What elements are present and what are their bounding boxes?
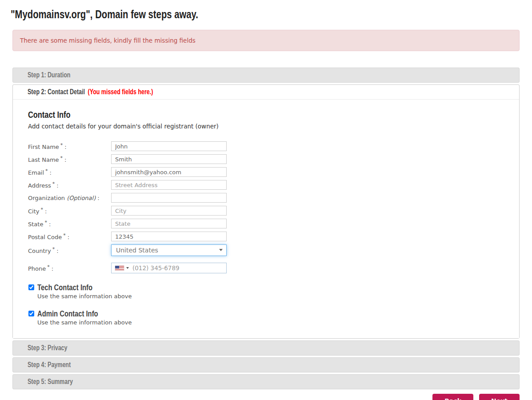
missing-fields-alert: There are some missing fields, kindly fi… (12, 30, 520, 51)
page-title: "Mydomainsv.org", Domain few steps away. (11, 7, 532, 21)
step-3-panel: Step 3: Privacy (12, 340, 520, 356)
address-row: Address*: (28, 180, 504, 190)
step-3-header[interactable]: Step 3: Privacy (13, 341, 519, 355)
step-5-label: Step 5: Summary (28, 377, 73, 386)
postal-code-input[interactable] (111, 232, 227, 241)
last-name-label: Last Name*: (28, 155, 111, 163)
email-row: Email*: (28, 167, 504, 177)
step-3-label: Step 3: Privacy (28, 344, 67, 352)
state-input[interactable] (111, 219, 227, 228)
tech-contact-section: Tech Contact Info Use the same informati… (28, 283, 504, 300)
phone-input[interactable] (132, 264, 223, 272)
address-input[interactable] (111, 180, 227, 190)
step-2-panel: Step 2: Contact Detail (You missed field… (12, 84, 520, 339)
step-2-warning: (You missed fields here.) (88, 88, 153, 96)
postal-code-label: Postal Code*: (28, 232, 111, 240)
next-button[interactable]: Next (479, 394, 520, 400)
contact-detail-body: Contact Info Add contact details for you… (13, 100, 519, 338)
step-4-panel: Step 4: Payment (12, 357, 520, 372)
caret-down-icon[interactable] (126, 267, 129, 269)
country-select[interactable]: United States (111, 244, 227, 256)
first-name-input[interactable] (111, 141, 227, 151)
phone-row: Phone*: (28, 263, 504, 273)
step-4-label: Step 4: Payment (28, 360, 71, 369)
step-1-label: Step 1: Duration (28, 71, 70, 79)
country-label: Country*: (28, 246, 111, 254)
back-button[interactable]: Back (432, 394, 473, 400)
us-flag-icon[interactable] (115, 266, 124, 271)
organization-input[interactable] (111, 193, 227, 203)
city-row: City*: (28, 206, 504, 216)
contact-info-heading: Contact Info (28, 109, 504, 120)
step-5-header[interactable]: Step 5: Summary (13, 375, 519, 389)
organization-label: Organization(Optional): (28, 195, 111, 201)
step-4-header[interactable]: Step 4: Payment (13, 358, 519, 372)
phone-field (111, 263, 227, 273)
organization-row: Organization(Optional): (28, 193, 504, 203)
state-label: State*: (28, 220, 111, 228)
step-2-header[interactable]: Step 2: Contact Detail (You missed field… (13, 85, 519, 100)
alert-message: There are some missing fields, kindly fi… (20, 37, 196, 44)
first-name-label: First Name*: (28, 142, 111, 150)
admin-contact-note: Use the same information above (37, 319, 132, 326)
city-input[interactable] (111, 206, 227, 216)
form-actions: Back Next (12, 394, 520, 400)
contact-info-subheading: Add contact details for your domain's of… (28, 123, 504, 130)
phone-label: Phone*: (28, 264, 111, 272)
tech-contact-note: Use the same information above (37, 293, 132, 300)
step-5-panel: Step 5: Summary (12, 374, 520, 389)
step-2-label: Step 2: Contact Detail (28, 88, 85, 96)
city-label: City*: (28, 207, 111, 215)
admin-contact-heading: Admin Contact Info (37, 309, 132, 318)
steps-accordion: Step 1: Duration Step 2: Contact Detail … (12, 68, 520, 389)
last-name-row: Last Name*: (28, 154, 504, 164)
postal-code-row: Postal Code*: (28, 232, 504, 241)
tech-contact-checkbox[interactable] (28, 284, 34, 290)
last-name-input[interactable] (111, 154, 227, 164)
admin-contact-checkbox[interactable] (28, 311, 34, 316)
state-row: State*: (28, 219, 504, 228)
tech-contact-heading: Tech Contact Info (37, 283, 132, 292)
first-name-row: First Name*: (28, 141, 504, 151)
address-label: Address*: (28, 181, 111, 189)
step-1-header[interactable]: Step 1: Duration (13, 68, 519, 82)
email-label: Email*: (28, 168, 111, 176)
admin-contact-section: Admin Contact Info Use the same informat… (28, 309, 504, 326)
country-row: Country*: United States (28, 244, 504, 256)
step-1-panel: Step 1: Duration (12, 68, 520, 83)
email-input[interactable] (111, 167, 227, 177)
